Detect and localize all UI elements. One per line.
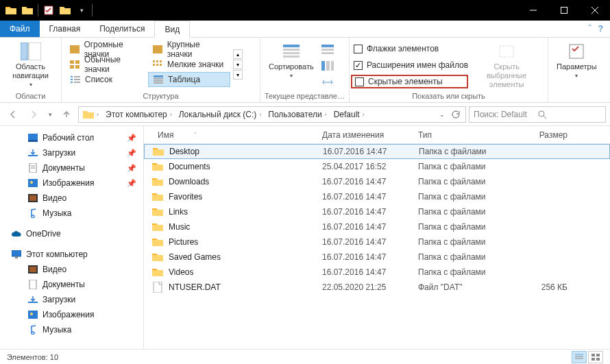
status-view-details[interactable] (572, 351, 587, 363)
sidebar-item-desktop[interactable]: Рабочий стол📌 (0, 130, 143, 145)
breadcrumb-this-pc[interactable]: Этот компьютер› (103, 107, 176, 122)
svg-rect-6 (29, 43, 41, 60)
column-date[interactable]: Дата изменения (322, 130, 418, 140)
checkbox-extensions[interactable]: Расширения имен файлов (354, 58, 468, 72)
maximize-button[interactable] (548, 0, 579, 21)
column-name[interactable]: Имя˄ (144, 130, 322, 140)
file-row[interactable]: Videos16.07.2016 14:47Папка с файлами (144, 265, 610, 280)
size-columns-button[interactable] (318, 75, 337, 90)
breadcrumb-drive[interactable]: Локальный диск (C:)› (176, 107, 266, 122)
ribbon-collapse-icon[interactable]: ˆ (589, 24, 591, 34)
search-input[interactable]: Поиск: Default (469, 106, 606, 123)
file-type: Папка с файлами (418, 237, 514, 247)
breadcrumb-users[interactable]: Пользователи› (265, 107, 330, 122)
sidebar-item-videos[interactable]: Видео (0, 191, 143, 206)
help-icon[interactable]: ? (598, 24, 603, 34)
svg-rect-12 (75, 65, 80, 69)
file-name: Desktop (169, 147, 199, 156)
breadcrumb[interactable]: › Этот компьютер› Локальный диск (C:)› П… (78, 106, 466, 123)
quick-new-folder-icon[interactable] (57, 2, 73, 19)
quick-dropdown-icon[interactable]: ▾ (73, 2, 90, 19)
sidebar-item-pc-documents[interactable]: Документы (0, 277, 143, 292)
sidebar-item-documents[interactable]: Документы📌 (0, 160, 143, 175)
breadcrumb-default[interactable]: Default› (331, 107, 369, 122)
folder-icon (152, 252, 163, 263)
sort-button[interactable]: Сортировать ▾ (265, 39, 318, 80)
folder-icon (152, 161, 163, 172)
view-medium-icons[interactable]: Обычные значки (66, 57, 148, 72)
status-view-thumbnails[interactable] (588, 351, 603, 363)
minimize-button[interactable] (517, 0, 548, 21)
view-scroll-down[interactable]: ▾ (233, 60, 243, 69)
file-row[interactable]: Pictures16.07.2016 14:47Папка с файлами (144, 234, 610, 250)
folder-icon (152, 267, 163, 278)
svg-rect-20 (74, 76, 80, 77)
quick-access-pin-icon[interactable] (19, 2, 36, 19)
view-list[interactable]: Список (66, 72, 148, 87)
address-bar-row: ▾ › Этот компьютер› Локальный диск (C:)›… (0, 103, 610, 126)
column-type[interactable]: Тип (418, 130, 514, 140)
view-large-icons[interactable]: Крупные значки (148, 42, 230, 57)
add-columns-button[interactable] (318, 58, 337, 73)
titlebar: ▾ (0, 0, 610, 21)
sidebar-item-onedrive[interactable]: OneDrive (0, 226, 143, 241)
options-button[interactable]: Параметры ▾ (552, 39, 601, 80)
svg-rect-14 (156, 60, 158, 62)
sidebar-item-this-pc[interactable]: Этот компьютер (0, 247, 143, 262)
svg-rect-66 (596, 354, 600, 356)
svg-rect-59 (28, 311, 38, 319)
view-details[interactable]: Таблица (148, 72, 230, 87)
nav-up-button[interactable] (58, 106, 75, 123)
tab-file[interactable]: Файл (0, 21, 40, 37)
view-small-icons[interactable]: Мелкие значки (148, 57, 230, 72)
sidebar-item-pc-pictures[interactable]: Изображения (0, 307, 143, 322)
nav-back-button[interactable] (4, 106, 22, 123)
quick-properties-icon[interactable] (40, 2, 57, 19)
checkbox-hidden-items[interactable]: Скрытые элементы (351, 75, 468, 88)
file-row[interactable]: Music16.07.2016 14:47Папка с файлами (144, 219, 610, 234)
sidebar-item-pc-videos[interactable]: Видео (0, 262, 143, 277)
sidebar-item-pictures[interactable]: Изображения📌 (0, 175, 143, 191)
view-scroll-more[interactable]: ▾ (233, 70, 243, 80)
column-size[interactable]: Размер (514, 130, 576, 140)
file-type: Папка с файлами (418, 177, 514, 186)
file-row[interactable]: Documents25.04.2017 16:52Папка с файлами (144, 159, 610, 174)
file-date: 16.07.2016 14:47 (322, 222, 418, 232)
svg-rect-15 (160, 60, 162, 62)
file-row[interactable]: Favorites16.07.2016 14:47Папка с файлами (144, 189, 610, 204)
breadcrumb-dropdown-icon[interactable]: ⌄ (439, 111, 445, 118)
navigation-pane-button[interactable]: Область навигации ▾ (4, 39, 57, 88)
file-row[interactable]: Links16.07.2016 14:47Папка с файлами (144, 204, 610, 219)
tab-home[interactable]: Главная (40, 21, 90, 37)
navigation-tree: Рабочий стол📌 Загрузки📌 Документы📌 Изобр… (0, 126, 144, 349)
breadcrumb-root-icon[interactable]: › (80, 107, 103, 122)
file-row[interactable]: Saved Games16.07.2016 14:47Папка с файла… (144, 250, 610, 265)
refresh-icon[interactable] (450, 110, 460, 119)
nav-forward-button[interactable] (25, 106, 42, 123)
sidebar-item-downloads[interactable]: Загрузки📌 (0, 145, 143, 160)
checkbox-item-flags[interactable]: Флажки элементов (354, 42, 468, 56)
close-button[interactable] (579, 0, 610, 21)
sidebar-item-music[interactable]: Музыка (0, 206, 143, 221)
file-row[interactable]: Desktop16.07.2016 14:47Папка с файлами (144, 144, 610, 159)
svg-rect-25 (154, 75, 163, 77)
sidebar-item-pc-downloads[interactable]: Загрузки (0, 292, 143, 307)
file-row[interactable]: NTUSER.DAT22.05.2020 21:25Файл "DAT"256 … (144, 280, 610, 295)
tab-share[interactable]: Поделиться (90, 21, 154, 37)
music-icon (27, 324, 38, 335)
svg-rect-23 (71, 82, 73, 83)
main-area: Рабочий стол📌 Загрузки📌 Документы📌 Изобр… (0, 126, 610, 349)
view-scroll-up[interactable]: ▴ (233, 49, 243, 59)
large-icons-icon (152, 45, 163, 54)
tab-view[interactable]: Вид (154, 21, 190, 38)
svg-rect-30 (283, 49, 300, 51)
file-row[interactable]: Downloads16.07.2016 14:47Папка с файлами (144, 174, 610, 189)
file-icon (152, 282, 163, 293)
group-by-button[interactable] (318, 42, 337, 57)
sidebar-item-pc-music[interactable]: Музыка (0, 322, 143, 337)
svg-rect-68 (596, 358, 600, 361)
svg-rect-44 (28, 140, 38, 142)
nav-recent-dropdown[interactable]: ▾ (45, 106, 55, 123)
file-name: Saved Games (169, 252, 221, 262)
file-list[interactable]: Desktop16.07.2016 14:47Папка с файламиDo… (144, 144, 610, 349)
